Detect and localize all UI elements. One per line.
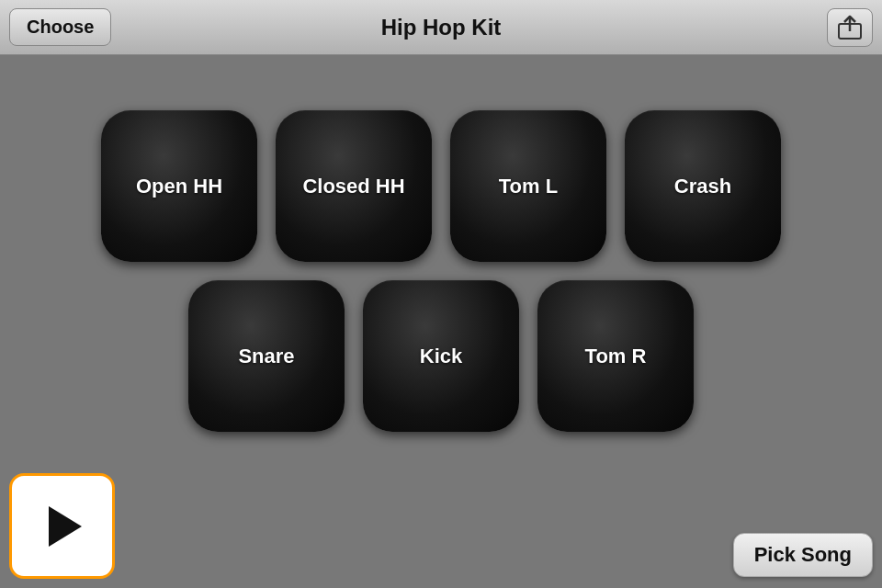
pad-closed-hh-label: Closed HH	[302, 175, 404, 198]
share-icon	[837, 15, 863, 40]
main-content: Open HH Closed HH Tom L Crash Snare Kick…	[0, 55, 882, 588]
pad-row-2: Snare Kick Tom R	[188, 280, 694, 432]
pad-row-1: Open HH Closed HH Tom L Crash	[101, 110, 781, 262]
pads-container: Open HH Closed HH Tom L Crash Snare Kick…	[0, 55, 882, 432]
pad-closed-hh[interactable]: Closed HH	[276, 110, 432, 262]
header: Choose Hip Hop Kit	[0, 0, 882, 55]
play-button[interactable]	[9, 473, 115, 579]
pad-crash-label: Crash	[674, 175, 731, 198]
app-title: Hip Hop Kit	[381, 15, 502, 40]
pad-snare-label: Snare	[238, 345, 294, 368]
pad-tom-r-label: Tom R	[585, 345, 647, 368]
pad-tom-l-label: Tom L	[499, 175, 558, 198]
share-button[interactable]	[827, 8, 873, 47]
pad-kick[interactable]: Kick	[363, 280, 519, 432]
pad-crash[interactable]: Crash	[625, 110, 781, 262]
pad-tom-r[interactable]: Tom R	[537, 280, 694, 432]
pad-snare[interactable]: Snare	[188, 280, 345, 432]
play-icon	[49, 506, 82, 547]
pad-tom-l[interactable]: Tom L	[450, 110, 606, 262]
pad-open-hh-label: Open HH	[136, 175, 222, 198]
pad-open-hh[interactable]: Open HH	[101, 110, 257, 262]
pad-kick-label: Kick	[420, 345, 462, 368]
choose-button[interactable]: Choose	[9, 8, 111, 46]
pick-song-button[interactable]: Pick Song	[733, 533, 873, 577]
